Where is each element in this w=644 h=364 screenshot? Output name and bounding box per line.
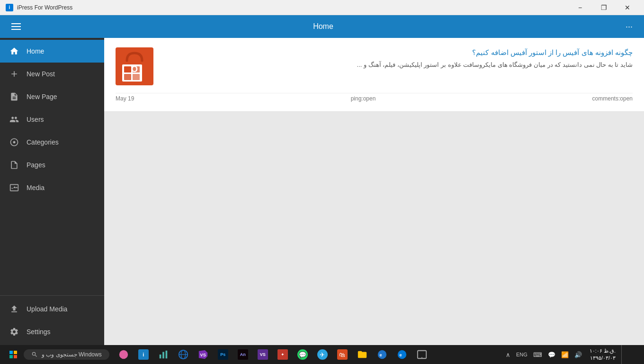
main-content: O چگونه افزونه های آفیس را از استور آفیس… [104,38,644,345]
svg-point-17 [378,350,386,359]
taskbar-lang-icon[interactable]: ENG [514,351,529,358]
taskbar-red-icon[interactable]: ✦ [273,345,292,364]
svg-rect-9 [159,355,161,358]
sidebar-item-upload-label: Upload Media [27,305,67,313]
categories-icon [9,137,19,147]
close-button[interactable]: ✕ [617,0,638,15]
taskbar-paint-icon[interactable] [114,345,133,364]
taskbar: جستجوی وب و Windows i VS Ps An [0,345,644,364]
post-card: O چگونه افزونه های آفیس را از استور آفیس… [104,38,644,112]
svg-rect-6 [133,74,140,80]
show-desktop-button[interactable] [621,345,640,364]
sidebar-item-settings-label: Settings [27,328,51,336]
sidebar: Home New Post New Page [0,38,104,345]
content-area: Home New Post New Page [0,38,644,345]
home-icon [9,46,19,56]
settings-icon [9,327,19,337]
svg-text:VS: VS [200,353,206,357]
post-title[interactable]: چگونه افزونه های آفیس را از استور آفیس ا… [161,47,633,57]
sidebar-item-categories[interactable]: Categories [0,131,104,154]
sidebar-bottom: Upload Media Settings [0,295,104,345]
taskbar-right: ∧ ENG ⌨ 💬 📶 🔊 ۱۰:۰۶ ق.ظ. ۱۳۹۵/۰۳/۰۳ [500,345,644,364]
media-icon [9,183,19,192]
app-icon: i [6,4,13,11]
sidebar-item-new-page-label: New Page [27,93,57,100]
svg-rect-11 [165,351,167,359]
app-title: iPress For WordPress [17,4,569,11]
post-date: May 19 [116,95,134,102]
hamburger-button[interactable] [8,21,25,32]
taskbar-ie-icon[interactable] [174,345,193,364]
users-icon [9,115,19,124]
taskbar-ipress-icon[interactable]: i [134,345,153,364]
taskbar-folder-icon[interactable] [353,345,372,364]
taskbar-wifi-icon[interactable]: 📶 [559,350,571,359]
svg-rect-5 [124,74,131,80]
svg-text:e: e [399,353,402,357]
post-content: چگونه افزونه های آفیس را از استور آفیس ا… [161,47,633,70]
taskbar-vs-icon[interactable]: VS [194,345,213,364]
taskbar-chevron-icon[interactable]: ∧ [504,350,512,359]
sidebar-item-upload-media[interactable]: Upload Media [0,298,104,320]
maximize-button[interactable]: ❐ [593,0,615,15]
new-page-icon [9,92,19,101]
taskbar-bag-icon[interactable]: 🛍 [333,345,352,364]
sidebar-item-media-label: Media [27,184,45,191]
taskbar-search[interactable]: جستجوی وب و Windows [24,349,109,360]
sidebar-item-pages-label: Pages [27,161,45,169]
window-controls: − ❐ ✕ [569,0,638,15]
sidebar-item-new-page[interactable]: New Page [0,85,104,108]
top-bar: Home ··· [0,15,644,38]
pages-icon [9,160,19,170]
svg-rect-3 [124,66,131,73]
sidebar-item-pages[interactable]: Pages [0,154,104,176]
sidebar-item-categories-label: Categories [27,138,59,146]
taskbar-date: ۱۳۹۵/۰۳/۰۳ [590,355,616,362]
taskbar-bar-chart-icon[interactable] [154,345,173,364]
sidebar-item-new-post-label: New Post [27,70,55,78]
post-meta: May 19 ping:open comments:open [116,93,633,102]
sidebar-item-media[interactable]: Media [0,176,104,199]
svg-point-8 [119,350,128,359]
sidebar-item-home-label: Home [27,47,44,55]
taskbar-left: جستجوی وب و Windows i VS Ps An [0,345,435,364]
taskbar-edge-icon[interactable]: e [393,345,411,364]
post-ping: ping:open [351,95,376,102]
svg-text:O: O [131,64,138,74]
taskbar-vs2-icon[interactable]: VS [253,345,272,364]
sidebar-nav: Home New Post New Page [0,38,104,295]
taskbar-search-text: جستجوی وب و Windows [42,351,102,358]
new-post-icon [9,69,19,79]
taskbar-ps-icon[interactable]: Ps [214,345,233,364]
sidebar-item-users-label: Users [27,116,44,123]
taskbar-whatsapp-icon[interactable]: 💬 [293,345,312,364]
sidebar-item-users[interactable]: Users [0,108,104,131]
svg-point-19 [398,350,406,359]
sidebar-item-home[interactable]: Home [0,40,104,63]
windows-start-button[interactable] [4,345,23,364]
taskbar-comment-icon[interactable]: 💬 [546,350,557,359]
taskbar-an-icon[interactable]: An [233,345,252,364]
minimize-button[interactable]: − [569,0,591,15]
sidebar-item-new-post[interactable]: New Post [0,63,104,85]
taskbar-telegram-icon[interactable]: ✈ [313,345,332,364]
sidebar-item-settings[interactable]: Settings [0,320,104,343]
taskbar-keyboard-icon[interactable]: ⌨ [531,350,544,359]
windows-logo [9,351,17,358]
svg-point-0 [13,141,16,144]
svg-text:e: e [379,353,382,357]
post-thumbnail: O [116,47,153,85]
taskbar-volume-icon[interactable]: 🔊 [572,350,584,359]
taskbar-clock[interactable]: ۱۰:۰۶ ق.ظ. ۱۳۹۵/۰۳/۰۳ [586,347,619,362]
post-comments: comments:open [592,95,633,102]
taskbar-time: ۱۰:۰۶ ق.ظ. [590,347,616,355]
upload-icon [9,304,19,314]
app-container: Home ··· Home New Post [0,15,644,364]
svg-rect-10 [162,352,164,359]
taskbar-ie2-icon[interactable]: e [373,345,392,364]
post-excerpt: شاید تا به حال نمی دانستید که در میان فر… [161,60,633,70]
top-bar-menu-button[interactable]: ··· [622,20,636,34]
top-bar-title: Home [25,22,622,31]
svg-point-22 [421,357,422,358]
taskbar-tablet-icon[interactable] [412,345,431,364]
